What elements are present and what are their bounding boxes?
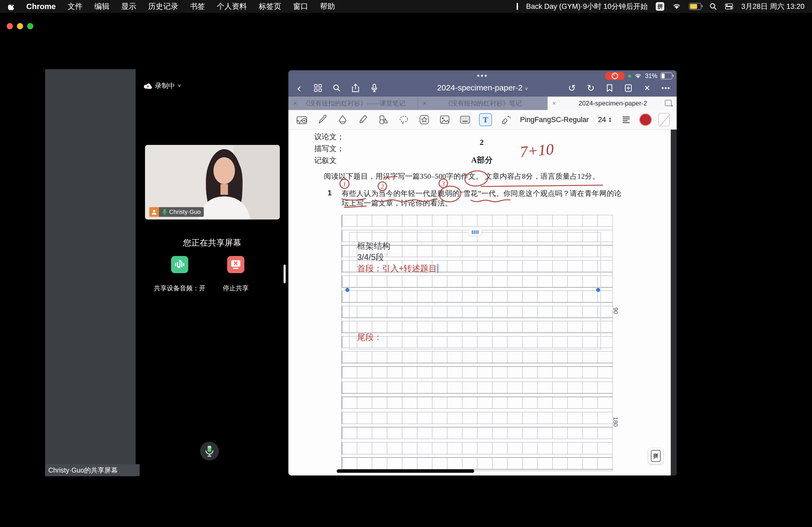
participant-nametag: Christy·Guo [149,207,204,217]
stop-share-button[interactable] [227,256,244,273]
meeting-side-panel [45,69,135,476]
stop-share-icon [230,259,242,270]
image-tool[interactable] [438,113,451,126]
note-framework-title: 框架结构 [357,240,390,252]
minimize-window-button[interactable] [17,23,23,29]
recording-indicator[interactable]: 录制中 ˅ [143,81,181,90]
more-options-button[interactable]: ••• [661,82,671,94]
document-tab-bar: × 《没有纽扣的红衬衫》——课堂笔记 × 《没有纽扣的红衬衫》笔记 × 2024… [288,96,677,110]
participant-video: Christy·Guo [145,145,280,220]
share-device-audio-button[interactable] [171,256,188,273]
apple-logo-icon[interactable] [8,2,15,11]
menu-profiles[interactable]: 个人资料 [217,1,247,12]
sharing-status-title: 您正在共享屏幕 [145,237,279,249]
input-source-badge[interactable]: 拼 [656,2,664,11]
ipad-wifi-icon [634,73,642,79]
note-paragraph-count: 3/4/5段 [357,252,384,263]
menu-window[interactable]: 窗口 [293,1,308,12]
shared-screen-banner: Christy·Guo的共享屏幕 [45,464,140,476]
chevron-down-icon: ˅ [178,82,181,89]
margin-count-90: 90 [612,307,619,314]
editing-toolbar: T PingFangSC-Regular 24 ▲▼ [288,110,677,130]
menu-file[interactable]: 文件 [68,1,83,12]
tab-specimen-paper[interactable]: × 2024-specimen-paper-2 [548,96,677,110]
share-audio-label: 共享设备音频：开 [149,284,210,292]
text-tool[interactable]: T [479,113,492,126]
annotation-digit-1: 1 [343,181,346,187]
exam-instructions: 阅读以下题目，用汉字写一篇350–500字的作文。 文章内容占8分，语言质量占1… [324,171,599,181]
spotlight-search-icon[interactable] [709,3,717,10]
pen-tool[interactable] [316,113,329,126]
calendar-event-reminder[interactable]: Back Day (GYM)·9小时 10分钟后开始 [526,2,648,11]
shapes-tool[interactable] [377,113,390,126]
tab-close-icon[interactable]: × [423,100,426,107]
text-color-red-swatch[interactable] [639,113,652,126]
macos-menu-bar: Chrome 文件 编辑 显示 历史记录 书签 个人资料 标签页 窗口 帮助 B… [0,0,812,13]
font-size-stepper[interactable]: 24 ▲▼ [598,116,612,124]
battery-icon[interactable] [689,3,701,10]
microphone-button[interactable] [200,442,219,461]
redo-button[interactable]: ↻ [585,82,596,94]
wifi-icon[interactable] [672,3,681,10]
genre-line: 描写文； [314,144,344,154]
font-name-button[interactable]: PingFangSC-Regular [520,116,589,124]
lasso-tool[interactable] [397,113,410,126]
close-document-button[interactable]: ✕ [642,82,653,94]
cloud-recording-icon [143,82,152,89]
tab-close-icon[interactable]: × [552,100,556,107]
paragraph-align-button[interactable] [620,113,633,126]
menu-bookmarks[interactable]: 书签 [190,1,205,12]
ipad-battery-icon [661,73,672,79]
device-audio-icon [174,259,185,270]
add-page-button[interactable] [623,82,634,94]
text-box-resize-handle-left[interactable] [345,288,349,292]
menu-history[interactable]: 历史记录 [148,1,178,12]
text-cursor [437,264,438,273]
title-chevron-icon: ˅ [525,86,528,91]
participant-name: Christy·Guo [169,209,201,215]
stop-share-label: 停止共享 [214,284,257,292]
thick-ink-divider-line [337,469,474,473]
menu-help[interactable]: 帮助 [320,1,335,12]
margin-count-180: 180 [612,417,619,427]
laser-pointer-tool[interactable] [499,113,512,126]
tab-close-icon[interactable]: × [293,100,297,107]
screen-recording-indicator-icon[interactable] [517,3,518,10]
tab-red-shirt-class-notes[interactable]: × 《没有纽扣的红衬衫》——课堂笔记 [288,96,418,110]
floating-input-method-button[interactable]: 拼 [648,448,663,464]
text-box-drag-handle[interactable] [468,228,482,236]
menu-edit[interactable]: 编辑 [95,1,110,12]
recording-label: 录制中 [155,81,175,90]
panel-drag-handle[interactable] [284,265,286,283]
shared-screen-notes-app: ••• 31% ‹ [288,70,677,476]
menu-view[interactable]: 显示 [121,1,136,12]
sticker-tool[interactable] [418,113,431,126]
handwritten-score: 7+10 [519,140,554,161]
section-heading: A部分 [465,155,499,166]
genre-line: 记叙文 [314,155,337,166]
menu-bar-clock[interactable]: 3月28日 周六 13:20 [741,2,804,11]
keyboard-tool[interactable] [459,113,472,126]
highlighter-tool[interactable] [357,113,369,126]
page-panel-icon[interactable] [665,100,673,107]
menu-tabs[interactable]: 标签页 [259,1,281,12]
screen-record-pill-icon[interactable] [605,72,625,80]
page-edge-background [671,130,677,476]
undo-button[interactable]: ↺ [567,82,577,94]
text-box-resize-handle-right[interactable] [596,288,600,292]
bookmark-button[interactable] [604,82,615,94]
active-app-name[interactable]: Chrome [26,2,56,11]
eraser-tool[interactable] [336,113,349,126]
note-first-paragraph: 首段：引入+转述题目 [357,263,438,274]
text-highlight-none-swatch[interactable] [658,113,670,126]
green-status-dot-icon [628,75,631,77]
battery-percentage: 31% [645,73,657,80]
control-center-icon[interactable] [725,3,733,10]
document-page[interactable]: 议论文； 描写文； 记叙文 2 A部分 7+10 阅读以下题目，用汉字写一篇35… [288,130,677,476]
note-last-paragraph: 尾段： [357,332,382,343]
participant-avatar-icon [149,207,159,217]
tab-red-shirt-notes[interactable]: × 《没有纽扣的红衬衫》笔记 [418,96,547,110]
zoom-writing-tool[interactable] [295,113,308,126]
zoom-window-button[interactable] [27,23,33,29]
close-window-button[interactable] [7,23,13,29]
